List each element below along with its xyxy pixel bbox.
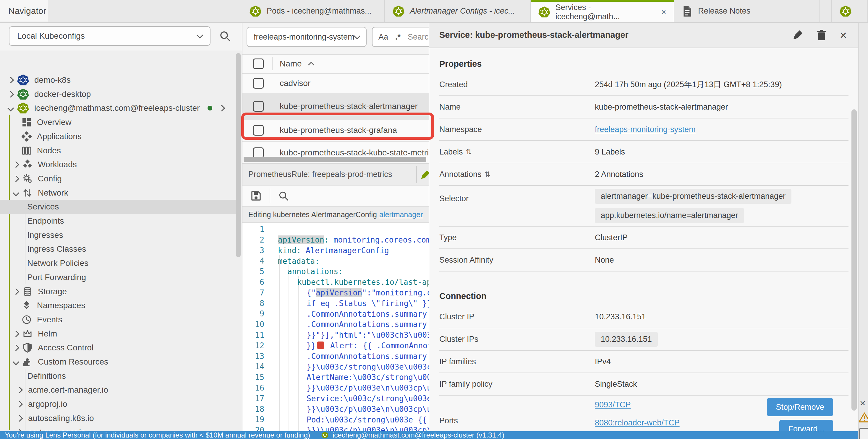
code-line-11[interactable]: 11 }}🚨 Alert: {{ .CommonAnnotati bbox=[242, 330, 429, 340]
sidebar-item-storage[interactable]: Storage bbox=[0, 284, 237, 299]
sidebar-item-port-forwarding[interactable]: Port Forwarding bbox=[0, 270, 237, 284]
port-link[interactable]: 9093/TCP bbox=[595, 400, 631, 409]
license-text: You're using Lens Personal (for individu… bbox=[5, 431, 310, 439]
yaml-editor[interactable]: 1 apiVersion: monitoring.coreos.com/v12 … bbox=[242, 223, 429, 431]
sidebar-item-ingresses[interactable]: Ingresses bbox=[0, 228, 237, 242]
search-icon[interactable] bbox=[219, 30, 231, 42]
code-line-10[interactable]: 10 }}"}],"html":"\u003ch3\u003e\u bbox=[242, 319, 429, 330]
sidebar-scrollbar[interactable] bbox=[236, 53, 241, 257]
stop-remove-button[interactable]: Stop/Remove bbox=[767, 398, 833, 416]
save-icon[interactable] bbox=[250, 190, 262, 202]
sidebar-item-label: Network bbox=[38, 188, 68, 198]
code-line-15[interactable]: 15 }}\u003c/p\u003e\n\u003cp\u003 bbox=[242, 372, 429, 382]
sidebar-item-helm[interactable]: Helm bbox=[0, 327, 237, 341]
sort-icon[interactable]: ⇅ bbox=[485, 170, 491, 178]
code-line-17[interactable]: 17 }}\u003c/p\u003e\n\u003cp\u003 bbox=[242, 393, 429, 404]
table-row-cadvisor[interactable]: cadvisor bbox=[242, 73, 429, 94]
code-line-5[interactable]: 5 kubectl.kubernetes.io/last-appli bbox=[242, 266, 429, 277]
tab-overflow[interactable] bbox=[831, 0, 868, 22]
sidebar-item-namespaces[interactable]: Namespaces bbox=[0, 298, 237, 312]
code-line-3[interactable]: 3 metadata: bbox=[242, 245, 429, 256]
code-line-1[interactable]: 1 apiVersion: monitoring.coreos.com/v1 bbox=[242, 224, 429, 235]
code-line-6[interactable]: 6 {"apiVersion":"monitoring.core bbox=[242, 277, 429, 288]
search-icon[interactable] bbox=[278, 190, 289, 201]
sidebar-item-workloads[interactable]: Workloads bbox=[0, 158, 237, 172]
warning-icon bbox=[859, 412, 868, 423]
sidebar-item-nodes[interactable]: Nodes bbox=[0, 143, 237, 158]
kubeconfig-row: Local Kubeconfigs bbox=[0, 22, 242, 50]
line-number: 20 bbox=[242, 425, 264, 431]
row-checkbox[interactable] bbox=[253, 147, 264, 157]
sidebar-item-events[interactable]: Events bbox=[0, 312, 237, 327]
code-line-8[interactable]: 8 .CommonAnnotations.summary }} bbox=[242, 298, 429, 309]
search-input[interactable]: Aa .* Search... bbox=[372, 27, 429, 47]
column-header-name[interactable]: Name bbox=[280, 59, 302, 69]
code-line-20[interactable]: 20 Severity:\u003c/strong\u003e bbox=[242, 425, 429, 431]
sidebar-item-config[interactable]: Config bbox=[0, 172, 237, 186]
chevron-right-icon bbox=[16, 387, 23, 394]
property-label: IP family policy bbox=[439, 380, 493, 389]
code-line-19[interactable]: 19 }})\u003c/p\u003e\n\u003cp\u00 bbox=[242, 414, 429, 425]
window-icon[interactable] bbox=[859, 428, 868, 439]
tab-release-notes[interactable]: Release Notes bbox=[674, 0, 819, 22]
prometheusrule-bar[interactable]: PrometheusRule: freepeals-prod-metrics bbox=[242, 163, 429, 185]
navigator-title[interactable]: Navigator bbox=[0, 0, 48, 22]
code-line-12[interactable]: 12 .CommonAnnotations.summary }} bbox=[242, 340, 429, 351]
sidebar-item-acme-cert-manager-io[interactable]: acme.cert-manager.io bbox=[0, 383, 237, 397]
detail-panel-body: PropertiesCreated254d 17h 50m ago (2025年… bbox=[429, 48, 859, 439]
sort-icon[interactable]: ⇅ bbox=[466, 148, 472, 156]
match-case-toggle[interactable]: Aa bbox=[378, 33, 388, 42]
horizontal-scrollbar[interactable] bbox=[244, 157, 426, 162]
code-line-7[interactable]: 7 if eq .Status \"firing\" }}🚨 bbox=[242, 288, 429, 298]
sidebar-item-custom-resources[interactable]: Custom Resources bbox=[0, 355, 237, 369]
services-list-panel: freeleaps-monitoring-system Aa .* Search… bbox=[242, 22, 429, 431]
close-icon[interactable]: × bbox=[860, 397, 866, 409]
tab-pods[interactable]: Pods - icecheng@mathmas... bbox=[242, 0, 385, 22]
tab-services[interactable]: Services - icecheng@math... × bbox=[531, 0, 674, 22]
sidebar-item-definitions[interactable]: Definitions bbox=[0, 369, 237, 383]
kubeconfig-selector[interactable]: Local Kubeconfigs bbox=[9, 26, 211, 46]
sidebar-item-ingress-classes[interactable]: Ingress Classes bbox=[0, 242, 237, 256]
close-icon[interactable]: × bbox=[661, 7, 666, 17]
cluster-status-text[interactable]: icecheng@mathmast.com@freeleaps-cluster … bbox=[333, 431, 504, 439]
table-row-kube-prometheus-stack-kube-state-metrics[interactable]: kube-prometheus-stack-kube-state-metrics bbox=[242, 141, 429, 157]
sidebar-item-network[interactable]: Network bbox=[0, 186, 237, 200]
sidebar-item-network-policies[interactable]: Network Policies bbox=[0, 256, 237, 270]
chevron-right-icon[interactable] bbox=[218, 105, 225, 112]
namespace-link[interactable]: freeleaps-monitoring-system bbox=[595, 125, 695, 134]
close-icon[interactable]: × bbox=[840, 29, 847, 41]
sidebar-item-endpoints[interactable]: Endpoints bbox=[0, 214, 237, 228]
k8s-olive-icon bbox=[17, 102, 29, 114]
code-line-4[interactable]: 4 annotations: bbox=[242, 256, 429, 266]
code-line-9[interactable]: 9 .CommonAnnotations.summary }} bbox=[242, 308, 429, 319]
pencil-icon[interactable] bbox=[792, 30, 803, 41]
code-line-14[interactable]: 14 AlertName:\u003c/strong\u003e bbox=[242, 361, 429, 372]
sidebar-item-argoproj-io[interactable]: argoproj.io bbox=[0, 397, 237, 411]
sidebar-item-demo-k8s[interactable]: demo-k8s bbox=[0, 73, 237, 87]
tab-alertmanager-configs[interactable]: Alertmanager Configs - icec... bbox=[385, 0, 530, 22]
trash-icon[interactable] bbox=[816, 30, 827, 41]
table-header[interactable]: Name bbox=[242, 54, 429, 74]
pencil-icon[interactable] bbox=[420, 170, 429, 180]
sidebar-item-docker-desktop[interactable]: docker-desktop bbox=[0, 87, 237, 101]
sidebar-item-overview[interactable]: Overview bbox=[0, 115, 237, 129]
panel-scrollbar[interactable] bbox=[851, 109, 857, 411]
row-checkbox[interactable] bbox=[253, 78, 264, 89]
port-link[interactable]: 8080:reloader-web/TCP bbox=[595, 418, 680, 428]
property-label: IP families bbox=[439, 357, 476, 366]
sidebar-item-icecheng-mathmast-com-freeleaps-cluster[interactable]: icecheng@mathmast.com@freeleaps-cluster bbox=[0, 101, 237, 115]
sidebar-item-applications[interactable]: Applications bbox=[0, 129, 237, 143]
code-line-13[interactable]: 13 }}\u003c/strong\u003e\u003c/h3 bbox=[242, 351, 429, 362]
code-line-18[interactable]: 18 Pod:\u003c/strong\u003e {{ .Co bbox=[242, 404, 429, 414]
editing-object-link[interactable]: alertmanager bbox=[379, 210, 423, 219]
sidebar-item-services[interactable]: Services bbox=[0, 200, 237, 214]
sidebar-item-access-control[interactable]: Access Control bbox=[0, 341, 237, 355]
code-line-2[interactable]: 2 kind: AlertmanagerConfig bbox=[242, 235, 429, 245]
row-checkbox[interactable] bbox=[253, 101, 264, 112]
sidebar-item-autoscaling-k8s-io[interactable]: autoscaling.k8s.io bbox=[0, 411, 237, 426]
sidebar-item-cert-manager-io[interactable]: cert-manager.io bbox=[0, 426, 237, 432]
code-line-16[interactable]: 16 Service:\u003c/strong\u003e { bbox=[242, 382, 429, 393]
select-all-checkbox[interactable] bbox=[253, 59, 264, 69]
regex-toggle[interactable]: .* bbox=[395, 33, 401, 42]
namespace-selector[interactable]: freeleaps-monitoring-system bbox=[247, 27, 367, 47]
